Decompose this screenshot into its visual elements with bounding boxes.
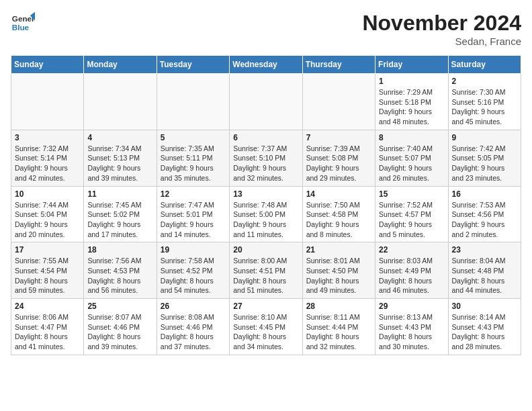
day-number: 13 [233, 189, 298, 199]
day-number: 9 [452, 133, 517, 142]
day-number: 25 [87, 302, 152, 311]
day-number: 15 [379, 189, 444, 199]
calendar-cell: 25Sunrise: 8:07 AM Sunset: 4:46 PM Dayli… [84, 299, 157, 355]
calendar-cell [157, 74, 229, 130]
day-number: 10 [15, 189, 80, 199]
day-detail: Sunrise: 7:55 AM Sunset: 4:54 PM Dayligh… [15, 256, 80, 295]
calendar-cell [302, 74, 375, 130]
calendar-cell: 7Sunrise: 7:39 AM Sunset: 5:08 PM Daylig… [302, 130, 375, 186]
day-number: 26 [161, 302, 226, 311]
calendar-week-row: 3Sunrise: 7:32 AM Sunset: 5:14 PM Daylig… [11, 130, 521, 186]
calendar-cell: 4Sunrise: 7:34 AM Sunset: 5:13 PM Daylig… [84, 130, 157, 186]
calendar-cell: 29Sunrise: 8:13 AM Sunset: 4:43 PM Dayli… [375, 299, 448, 355]
calendar-cell: 16Sunrise: 7:53 AM Sunset: 4:56 PM Dayli… [448, 186, 521, 242]
weekday-header-wednesday: Wednesday [230, 56, 302, 74]
day-number: 17 [15, 245, 80, 255]
day-detail: Sunrise: 7:56 AM Sunset: 4:53 PM Dayligh… [87, 256, 152, 295]
calendar-cell: 8Sunrise: 7:40 AM Sunset: 5:07 PM Daylig… [375, 130, 448, 186]
day-detail: Sunrise: 8:11 AM Sunset: 4:44 PM Dayligh… [306, 312, 371, 352]
calendar-cell: 27Sunrise: 8:10 AM Sunset: 4:45 PM Dayli… [230, 299, 302, 355]
weekday-header-friday: Friday [375, 56, 448, 74]
day-detail: Sunrise: 7:58 AM Sunset: 4:52 PM Dayligh… [161, 256, 226, 295]
calendar-cell: 15Sunrise: 7:52 AM Sunset: 4:57 PM Dayli… [375, 186, 448, 242]
day-detail: Sunrise: 7:50 AM Sunset: 4:58 PM Dayligh… [306, 200, 371, 240]
day-number: 23 [452, 245, 517, 255]
day-number: 2 [452, 77, 517, 86]
day-detail: Sunrise: 7:53 AM Sunset: 4:56 PM Dayligh… [452, 200, 517, 240]
weekday-header-tuesday: Tuesday [157, 56, 229, 74]
day-detail: Sunrise: 7:40 AM Sunset: 5:07 PM Dayligh… [379, 144, 444, 183]
calendar-cell: 10Sunrise: 7:44 AM Sunset: 5:04 PM Dayli… [11, 186, 84, 242]
calendar-cell: 5Sunrise: 7:35 AM Sunset: 5:11 PM Daylig… [157, 130, 229, 186]
calendar-cell: 19Sunrise: 7:58 AM Sunset: 4:52 PM Dayli… [157, 242, 229, 299]
calendar-cell: 17Sunrise: 7:55 AM Sunset: 4:54 PM Dayli… [11, 242, 84, 299]
day-detail: Sunrise: 8:10 AM Sunset: 4:45 PM Dayligh… [233, 312, 298, 352]
day-detail: Sunrise: 7:32 AM Sunset: 5:14 PM Dayligh… [15, 144, 80, 183]
day-number: 18 [87, 245, 152, 255]
calendar-cell: 26Sunrise: 8:08 AM Sunset: 4:46 PM Dayli… [157, 299, 229, 355]
calendar-cell: 1Sunrise: 7:29 AM Sunset: 5:18 PM Daylig… [375, 74, 448, 130]
calendar-cell: 2Sunrise: 7:30 AM Sunset: 5:16 PM Daylig… [448, 74, 521, 130]
calendar-cell: 14Sunrise: 7:50 AM Sunset: 4:58 PM Dayli… [302, 186, 375, 242]
calendar-cell: 22Sunrise: 8:03 AM Sunset: 4:49 PM Dayli… [375, 242, 448, 299]
calendar-cell: 12Sunrise: 7:47 AM Sunset: 5:01 PM Dayli… [157, 186, 229, 242]
day-number: 20 [233, 245, 298, 255]
day-detail: Sunrise: 7:47 AM Sunset: 5:01 PM Dayligh… [161, 200, 226, 240]
day-number: 28 [306, 302, 371, 311]
calendar-cell: 11Sunrise: 7:45 AM Sunset: 5:02 PM Dayli… [84, 186, 157, 242]
day-number: 7 [306, 133, 371, 142]
day-detail: Sunrise: 7:39 AM Sunset: 5:08 PM Dayligh… [306, 144, 371, 183]
day-number: 21 [306, 245, 371, 255]
day-detail: Sunrise: 7:44 AM Sunset: 5:04 PM Dayligh… [15, 200, 80, 240]
logo-icon: General Blue [11, 11, 35, 35]
day-detail: Sunrise: 8:01 AM Sunset: 4:50 PM Dayligh… [306, 256, 371, 295]
calendar-cell: 13Sunrise: 7:48 AM Sunset: 5:00 PM Dayli… [230, 186, 302, 242]
calendar-cell: 18Sunrise: 7:56 AM Sunset: 4:53 PM Dayli… [84, 242, 157, 299]
day-detail: Sunrise: 7:42 AM Sunset: 5:05 PM Dayligh… [452, 144, 517, 183]
day-number: 16 [452, 189, 517, 199]
weekday-header-sunday: Sunday [11, 56, 84, 74]
day-detail: Sunrise: 8:08 AM Sunset: 4:46 PM Dayligh… [161, 312, 226, 352]
day-detail: Sunrise: 8:03 AM Sunset: 4:49 PM Dayligh… [379, 256, 444, 295]
day-detail: Sunrise: 8:07 AM Sunset: 4:46 PM Dayligh… [87, 312, 152, 352]
day-detail: Sunrise: 8:14 AM Sunset: 4:43 PM Dayligh… [452, 312, 517, 352]
day-detail: Sunrise: 8:06 AM Sunset: 4:47 PM Dayligh… [15, 312, 80, 352]
calendar-week-row: 10Sunrise: 7:44 AM Sunset: 5:04 PM Dayli… [11, 186, 521, 242]
weekday-header-thursday: Thursday [302, 56, 375, 74]
day-number: 6 [233, 133, 298, 142]
calendar-week-row: 17Sunrise: 7:55 AM Sunset: 4:54 PM Dayli… [11, 242, 521, 299]
calendar-cell: 9Sunrise: 7:42 AM Sunset: 5:05 PM Daylig… [448, 130, 521, 186]
day-number: 3 [15, 133, 80, 142]
day-number: 1 [379, 77, 444, 86]
calendar-cell: 23Sunrise: 8:04 AM Sunset: 4:48 PM Dayli… [448, 242, 521, 299]
day-number: 11 [87, 189, 152, 199]
day-number: 27 [233, 302, 298, 311]
day-detail: Sunrise: 7:34 AM Sunset: 5:13 PM Dayligh… [87, 144, 152, 183]
calendar-cell: 20Sunrise: 8:00 AM Sunset: 4:51 PM Dayli… [230, 242, 302, 299]
day-detail: Sunrise: 7:30 AM Sunset: 5:16 PM Dayligh… [452, 87, 517, 127]
calendar-table: SundayMondayTuesdayWednesdayThursdayFrid… [11, 55, 521, 355]
day-number: 29 [379, 302, 444, 311]
day-detail: Sunrise: 7:29 AM Sunset: 5:18 PM Dayligh… [379, 87, 444, 127]
day-number: 24 [15, 302, 80, 311]
day-number: 22 [379, 245, 444, 255]
day-detail: Sunrise: 7:45 AM Sunset: 5:02 PM Dayligh… [87, 200, 152, 240]
weekday-header-saturday: Saturday [448, 56, 521, 74]
calendar-week-row: 1Sunrise: 7:29 AM Sunset: 5:18 PM Daylig… [11, 74, 521, 130]
weekday-header-monday: Monday [84, 56, 157, 74]
day-number: 5 [161, 133, 226, 142]
calendar-cell: 30Sunrise: 8:14 AM Sunset: 4:43 PM Dayli… [448, 299, 521, 355]
calendar-cell: 6Sunrise: 7:37 AM Sunset: 5:10 PM Daylig… [230, 130, 302, 186]
logo: General Blue [11, 11, 35, 35]
day-detail: Sunrise: 7:37 AM Sunset: 5:10 PM Dayligh… [233, 144, 298, 183]
calendar-cell [84, 74, 157, 130]
day-detail: Sunrise: 8:04 AM Sunset: 4:48 PM Dayligh… [452, 256, 517, 295]
weekday-header-row: SundayMondayTuesdayWednesdayThursdayFrid… [11, 56, 521, 74]
calendar-cell: 21Sunrise: 8:01 AM Sunset: 4:50 PM Dayli… [302, 242, 375, 299]
page-header: General Blue November 2024 Sedan, France [11, 11, 521, 47]
calendar-cell: 3Sunrise: 7:32 AM Sunset: 5:14 PM Daylig… [11, 130, 84, 186]
day-detail: Sunrise: 8:13 AM Sunset: 4:43 PM Dayligh… [379, 312, 444, 352]
calendar-cell: 24Sunrise: 8:06 AM Sunset: 4:47 PM Dayli… [11, 299, 84, 355]
day-number: 19 [161, 245, 226, 255]
day-detail: Sunrise: 7:48 AM Sunset: 5:00 PM Dayligh… [233, 200, 298, 240]
